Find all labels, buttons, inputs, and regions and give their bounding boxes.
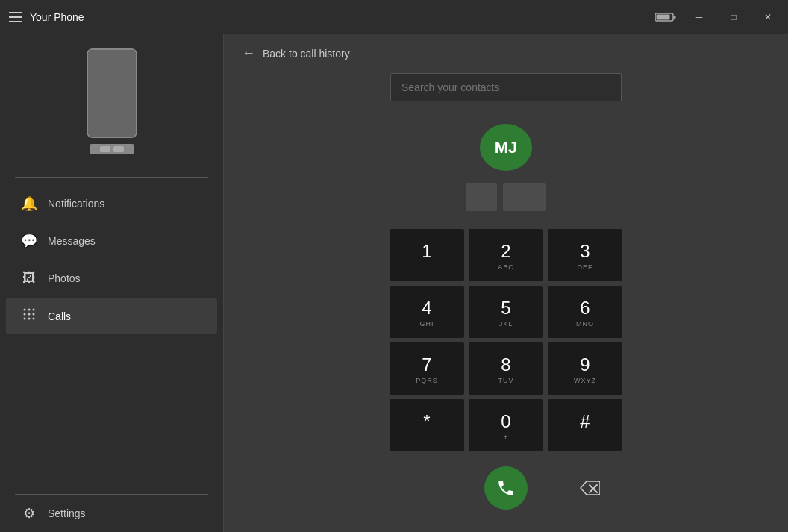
svg-point-5	[33, 309, 35, 311]
contact-number-box-1	[466, 183, 497, 211]
dial-num-1: 1	[422, 242, 431, 260]
battery-icon	[655, 12, 676, 22]
sidebar-item-settings[interactable]: ⚙ Settings	[6, 496, 217, 531]
dial-sub-9: WXYZ	[574, 377, 596, 384]
sidebar-item-label-messages: Messages	[48, 235, 96, 247]
photos-icon: 🖼	[21, 270, 37, 286]
dial-num-2: 2	[501, 242, 510, 260]
phone-buttons	[90, 144, 134, 154]
dial-area: MJ 1 2 ABC 3 DEF	[224, 73, 788, 532]
dial-sub-5: JKL	[499, 320, 513, 328]
main-area: 🔔 Notifications 💬 Messages 🖼 Photos	[0, 34, 788, 532]
back-label: Back to call history	[263, 48, 350, 60]
dial-num-3: 3	[580, 242, 590, 260]
svg-rect-1	[674, 16, 676, 19]
dial-key-4[interactable]: 4 GHI	[390, 286, 464, 338]
dial-key-1[interactable]: 1	[390, 229, 464, 281]
dial-sub-4: GHI	[419, 320, 434, 328]
messages-icon: 💬	[21, 233, 37, 249]
contact-avatar: MJ	[480, 124, 532, 171]
dial-sub-2: ABC	[498, 263, 514, 271]
dial-actions	[405, 451, 607, 517]
dial-key-hash[interactable]: #	[548, 399, 622, 451]
sidebar-item-notifications[interactable]: 🔔 Notifications	[6, 187, 217, 221]
dial-sub-6: MNO	[576, 320, 594, 328]
sidebar-divider-bottom	[15, 494, 208, 495]
window-controls: ─ □ ✕	[682, 0, 785, 34]
sidebar-item-photos[interactable]: 🖼 Photos	[6, 261, 217, 295]
dial-num-7: 7	[422, 356, 431, 374]
svg-point-9	[24, 318, 26, 320]
phone-screen	[88, 50, 136, 137]
contact-number-box-2	[503, 183, 546, 211]
dial-num-5: 5	[501, 299, 510, 317]
minimize-button[interactable]: ─	[682, 0, 716, 34]
dial-num-0: 0	[501, 413, 510, 431]
dial-num-9: 9	[580, 356, 590, 374]
dial-key-3[interactable]: 3 DEF	[548, 229, 622, 281]
dial-num-4: 4	[422, 299, 431, 317]
settings-icon: ⚙	[21, 505, 37, 522]
dial-sub-7: PQRS	[416, 377, 438, 384]
dial-key-5[interactable]: 5 JKL	[469, 286, 543, 338]
dial-sub-hash	[584, 434, 587, 441]
sidebar-item-messages[interactable]: 💬 Messages	[6, 224, 217, 258]
dial-sub-8: TUV	[498, 377, 514, 384]
notifications-icon: 🔔	[21, 195, 37, 212]
delete-button[interactable]	[572, 471, 607, 505]
dial-key-0[interactable]: 0 +	[469, 399, 543, 451]
title-bar: Your Phone ─ □ ✕	[0, 0, 788, 34]
phone-btn-left	[100, 146, 110, 152]
maximize-button[interactable]: □	[716, 0, 751, 34]
sidebar-item-label-photos: Photos	[48, 272, 81, 284]
sidebar-bottom: ⚙ Settings	[0, 494, 223, 532]
settings-label: Settings	[48, 507, 86, 519]
nav-items: 🔔 Notifications 💬 Messages 🖼 Photos	[0, 178, 223, 343]
contact-number-row	[466, 183, 546, 211]
dial-key-8[interactable]: 8 TUV	[469, 342, 543, 395]
sidebar: 🔔 Notifications 💬 Messages 🖼 Photos	[0, 34, 224, 532]
svg-point-8	[33, 313, 35, 316]
dial-key-6[interactable]: 6 MNO	[548, 286, 622, 338]
dialpad: 1 2 ABC 3 DEF 4 GHI 5 JKL	[390, 229, 622, 451]
sidebar-item-calls[interactable]: Calls	[6, 298, 217, 334]
dial-sub-0: +	[504, 434, 508, 441]
sidebar-item-label-notifications: Notifications	[48, 198, 104, 210]
svg-point-6	[24, 313, 26, 316]
menu-icon[interactable]	[9, 12, 22, 22]
dial-sub-star	[425, 434, 428, 441]
dial-sub-3: DEF	[578, 263, 593, 271]
svg-point-3	[24, 309, 26, 311]
title-bar-left: Your Phone	[0, 11, 84, 23]
dial-num-8: 8	[501, 356, 510, 374]
phone-frame	[87, 48, 137, 138]
call-button[interactable]	[484, 466, 528, 510]
content-area: ← Back to call history MJ 1 2 ABC	[224, 34, 788, 532]
svg-point-4	[28, 309, 31, 311]
dial-key-7[interactable]: 7 PQRS	[390, 342, 464, 395]
app-title: Your Phone	[30, 11, 84, 23]
dial-num-6: 6	[580, 299, 590, 317]
svg-point-11	[33, 318, 35, 320]
dial-num-star: *	[423, 413, 430, 431]
svg-rect-2	[657, 14, 670, 19]
dial-key-2[interactable]: 2 ABC	[469, 229, 543, 281]
dial-sub-1	[425, 263, 428, 271]
close-button[interactable]: ✕	[751, 0, 785, 34]
calls-icon	[21, 307, 37, 325]
svg-point-7	[28, 313, 31, 316]
sidebar-item-label-calls: Calls	[48, 310, 71, 322]
search-input[interactable]	[390, 73, 622, 101]
dial-num-hash: #	[580, 413, 590, 431]
contact-initials: MJ	[495, 138, 518, 157]
dial-key-9[interactable]: 9 WXYZ	[548, 342, 622, 395]
phone-btn-right	[113, 146, 124, 152]
back-arrow-icon: ←	[242, 46, 255, 61]
phone-preview	[0, 34, 223, 177]
svg-point-10	[28, 318, 31, 320]
back-to-call-history[interactable]: ← Back to call history	[224, 34, 788, 73]
dial-key-star[interactable]: *	[390, 399, 464, 451]
